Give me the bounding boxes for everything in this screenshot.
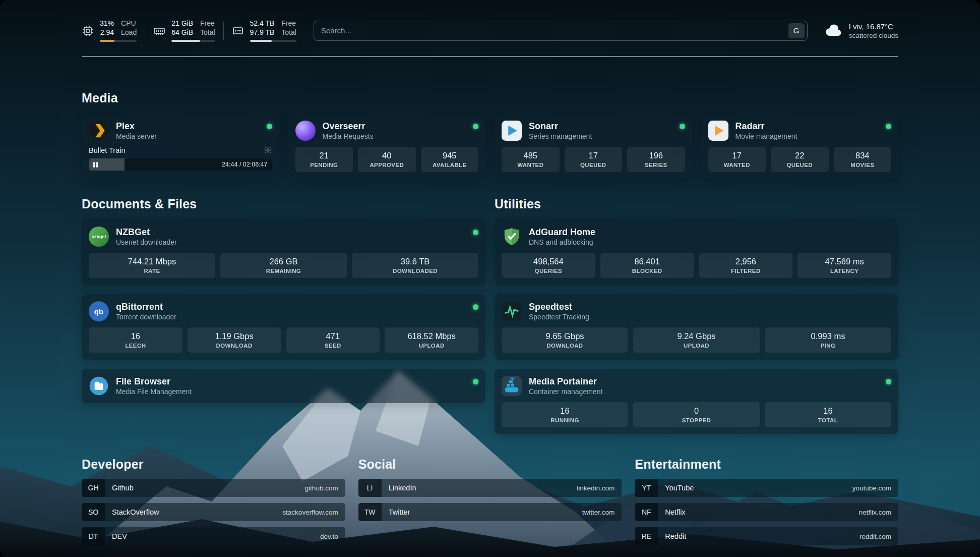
disk-bar-track [250, 40, 296, 42]
stats-row: 9.65 GbpsDOWNLOAD 9.24 GbpsUPLOAD 0.993 … [502, 327, 891, 353]
card-title: Overseerr [323, 121, 374, 132]
stat-value: 0 [635, 406, 758, 416]
radarr-card[interactable]: Radarr Movie management 17WANTED 22QUEUE… [701, 114, 899, 179]
media-grid: Plex Media server Bullet Train 24:44 / 0… [82, 114, 898, 179]
stat: 471SEED [286, 327, 380, 353]
stat-value: 266 GB [222, 256, 345, 266]
filebrowser-icon [89, 376, 109, 396]
bookmark-url: github.com [305, 484, 338, 492]
stat: 16TOTAL [765, 402, 891, 427]
search-provider-button[interactable]: G [788, 23, 805, 38]
stat-value: 47.569 ms [800, 256, 889, 266]
nzbget-icon: nzbget [89, 227, 109, 247]
cpu-percent: 31% [100, 19, 114, 28]
search-input[interactable] [321, 26, 788, 35]
topbar-divider [82, 56, 898, 57]
status-dot [473, 124, 478, 129]
stat: 9.24 GbpsUPLOAD [633, 327, 760, 353]
bookmark-reddit[interactable]: RE Reddit reddit.com [635, 527, 898, 545]
card-subtitle: Media Requests [323, 132, 374, 141]
plex-card[interactable]: Plex Media server Bullet Train 24:44 / 0… [82, 114, 279, 179]
portainer-card[interactable]: Media Portainer Container management 16R… [495, 369, 898, 434]
bookmark-url: youtube.com [852, 484, 891, 492]
bookmark-github[interactable]: GH Github github.com [82, 479, 345, 497]
stat-label: MOVIES [836, 161, 890, 169]
bookmark-abbr: NF [635, 503, 658, 521]
memory-widget: 21 GiB Free 64 GiB Total [153, 19, 215, 42]
status-dot [886, 124, 891, 129]
bookmark-stackoverflow[interactable]: SO StackOverflow stackoverflow.com [82, 503, 345, 521]
stat: 86,401BLOCKED [600, 253, 694, 278]
stat-label: APPROVED [360, 161, 414, 169]
status-dot [680, 124, 685, 129]
bookmark-netflix[interactable]: NF Netflix netflix.com [635, 503, 898, 521]
card-title: Sonarr [529, 121, 592, 132]
stat: 16LEECH [89, 327, 182, 353]
bookmark-abbr: DT [82, 527, 105, 545]
bookmark-linkedin[interactable]: LI LinkedIn linkedin.com [358, 479, 622, 497]
stat: 618.52 MbpsUPLOAD [385, 327, 478, 353]
stat-value: 196 [629, 150, 683, 160]
card-title: NZBGet [116, 227, 177, 238]
stat-value: 485 [504, 150, 558, 160]
card-header: File Browser Media File Management [89, 376, 478, 396]
bookmark-name: Reddit [665, 532, 686, 540]
card-header: qb qBittorrent Torrent downloader [89, 301, 478, 321]
adguard-card[interactable]: AdGuard Home DNS and adblocking 498,564Q… [495, 219, 898, 285]
disk-total-value: 97.9 TB [250, 28, 275, 37]
stat-label: DOWNLOAD [190, 342, 279, 349]
card-subtitle: Series management [529, 132, 592, 141]
disk-free-value: 52.4 TB [250, 19, 275, 28]
qbittorrent-card[interactable]: qb qBittorrent Torrent downloader 16LEEC… [82, 294, 485, 360]
documents-column: Documents & Files nzbget NZBGet Usenet d… [82, 196, 485, 403]
stat-value: 16 [91, 331, 180, 341]
utilities-column: Utilities AdGuard Home DNS and adblockin… [495, 196, 898, 434]
card-subtitle: Movie management [736, 132, 798, 141]
bookmark-youtube[interactable]: YT YouTube youtube.com [635, 479, 898, 497]
stat-value: 40 [360, 150, 414, 160]
disk-widget: 52.4 TB Free 97.9 TB Total [232, 19, 296, 42]
stat-value: 9.24 Gbps [635, 331, 758, 341]
card-titles: qBittorrent Torrent downloader [116, 301, 176, 321]
memory-free-label: Free [200, 19, 215, 28]
dashboard: 31% CPU 2.94 Load 21 GiB Free 64 GiB Tot… [0, 0, 980, 557]
bookmark-url: netflix.com [859, 509, 891, 516]
card-title: Media Portainer [529, 376, 602, 387]
bookmark-name: YouTube [665, 484, 694, 492]
card-titles: Radarr Movie management [736, 121, 798, 141]
sonarr-card[interactable]: Sonarr Series management 485WANTED 17QUE… [495, 114, 692, 179]
bookmark-dev[interactable]: DT DEV dev.to [82, 527, 345, 545]
stat-label: WANTED [504, 161, 558, 169]
disk-bar-fill [250, 40, 272, 42]
card-title: AdGuard Home [529, 227, 595, 238]
card-titles: AdGuard Home DNS and adblocking [529, 227, 595, 247]
filebrowser-card[interactable]: File Browser Media File Management [82, 369, 485, 403]
card-titles: Plex Media server [116, 121, 157, 141]
weather-widget: Lviv, 16.87°C scattered clouds [825, 22, 898, 40]
bookmark-url: twitter.com [582, 509, 615, 516]
stats-row: 498,564QUERIES 86,401BLOCKED 2,956FILTER… [502, 253, 891, 278]
cpu-stats: 31% CPU 2.94 Load [100, 19, 137, 42]
overseerr-card[interactable]: Overseerr Media Requests 21PENDING 40APP… [288, 114, 486, 179]
stat-value: 618.52 Mbps [387, 331, 476, 341]
card-titles: Media Portainer Container management [529, 376, 602, 396]
speedtest-card[interactable]: Speedtest Speedtest Tracking 9.65 GbpsDO… [495, 294, 898, 360]
cpu-widget: 31% CPU 2.94 Load [82, 19, 137, 42]
stat-label: SEED [288, 342, 378, 349]
playback-progress-bar[interactable]: 24:44 / 02:06:47 [89, 158, 272, 171]
stat: 0STOPPED [633, 402, 760, 427]
stat-label: DOWNLOADED [354, 267, 476, 274]
pause-button[interactable] [93, 162, 98, 168]
card-header: Plex Media server [89, 121, 272, 141]
cpu-load: 2.94 [100, 28, 114, 37]
stat-value: 471 [288, 331, 378, 341]
stat-label: QUEUED [567, 161, 621, 169]
card-title: Radarr [736, 121, 798, 132]
settings-gear-icon[interactable] [264, 146, 272, 154]
disk-icon [232, 25, 244, 37]
bookmark-twitter[interactable]: TW Twitter twitter.com [358, 503, 622, 521]
disk-free-label: Free [281, 19, 296, 28]
card-titles: NZBGet Usenet downloader [116, 227, 177, 247]
stat-value: 0.993 ms [767, 331, 889, 341]
nzbget-card[interactable]: nzbget NZBGet Usenet downloader 744.21 M… [82, 219, 485, 285]
